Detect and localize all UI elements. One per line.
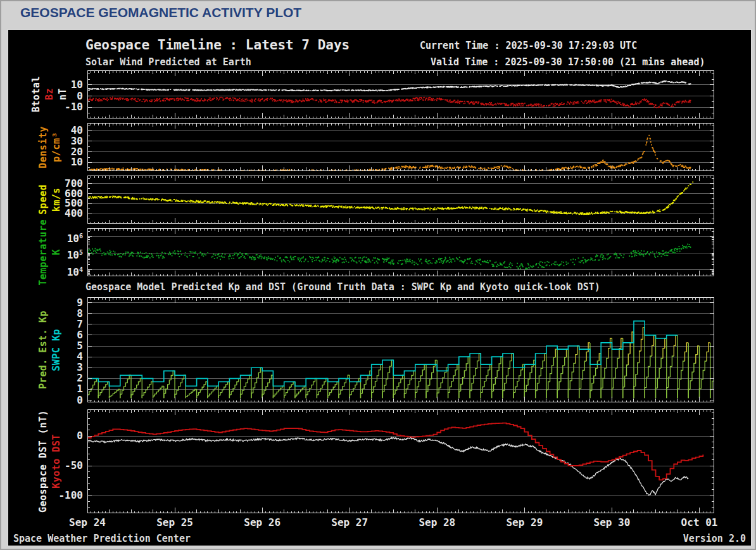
geospace-plot-page: GEOSPACE GEOMAGNETIC ACTIVITY PLOT Geosp… bbox=[0, 0, 756, 550]
valid-time-label: Valid Time : 2025-09-30 17:50:00 (21 min… bbox=[431, 57, 705, 68]
y-tick-label: 105 bbox=[8, 247, 83, 259]
plot-canvas-temp bbox=[87, 228, 714, 276]
y-tick-label: 0 bbox=[8, 395, 83, 406]
x-axis-label: Sep 24 bbox=[69, 516, 106, 528]
y-tick-label: 10 bbox=[8, 157, 83, 168]
plot-main-title: Geospace Timeline : Latest 7 Days bbox=[85, 37, 350, 53]
panel-speed: Speedkm/s700600500400 bbox=[8, 176, 751, 224]
y-tick-label: 400 bbox=[8, 208, 83, 219]
x-axis-label: Sep 29 bbox=[506, 516, 543, 528]
y-tick-label: 7 bbox=[8, 319, 83, 330]
x-axis-label: Sep 26 bbox=[244, 516, 280, 528]
y-tick-label: 0 bbox=[8, 91, 83, 102]
panel-temp: TemperatureK106105104 bbox=[8, 228, 751, 276]
page-title: GEOSPACE GEOMAGNETIC ACTIVITY PLOT bbox=[20, 5, 301, 20]
x-axis-label: Oct 01 bbox=[681, 516, 718, 528]
x-axis-label: Sep 30 bbox=[594, 516, 631, 528]
y-tick-label: 30 bbox=[8, 136, 83, 147]
plot-canvas-bfield bbox=[87, 70, 714, 118]
current-time-label: Current Time : 2025-09-30 17:29:03 UTC bbox=[420, 41, 637, 51]
panel-kp: Pred. Est. KpSWPC Kp9876543210 bbox=[8, 297, 751, 402]
plot-canvas-dst bbox=[87, 409, 714, 513]
plot-frame: Geospace Timeline : Latest 7 Days Curren… bbox=[8, 29, 752, 546]
footer-credit: Space Weather Prediction Center bbox=[13, 534, 191, 544]
y-tick-label: 6 bbox=[8, 329, 83, 341]
panel-bfield: BtotalBznT100-10 bbox=[8, 70, 751, 118]
y-tick-label: 4 bbox=[8, 351, 83, 362]
y-tick-label: 0 bbox=[8, 430, 83, 442]
x-axis-label: Sep 25 bbox=[156, 516, 193, 528]
y-tick-label: -100 bbox=[8, 490, 83, 501]
kp-dst-section-title: Geospace Model Predicted Kp and DST (Gro… bbox=[85, 282, 600, 293]
panel-density: Densityp/cm³40302010 bbox=[8, 123, 751, 171]
x-axis-label: Sep 27 bbox=[331, 516, 368, 528]
plot-canvas-speed bbox=[87, 176, 714, 224]
x-axis-label: Sep 28 bbox=[419, 516, 455, 528]
x-axis-labels: Sep 24Sep 25Sep 26Sep 27Sep 28Sep 29Sep … bbox=[8, 516, 751, 529]
plot-canvas-density bbox=[87, 123, 714, 171]
panel-dst: Geospace DST (nT)Kyoto DST0-50-100 bbox=[8, 409, 751, 513]
y-tick-label: 2 bbox=[8, 373, 83, 384]
y-tick-label: 1 bbox=[8, 383, 83, 395]
y-tick-label: 9 bbox=[8, 297, 83, 309]
plot-canvas-kp bbox=[87, 297, 714, 402]
footer-version: Version 2.0 bbox=[683, 534, 746, 544]
y-tick-label: 104 bbox=[8, 264, 83, 276]
y-tick-label: 106 bbox=[8, 231, 83, 242]
y-tick-label: 10 bbox=[8, 79, 83, 91]
y-tick-label: 5 bbox=[8, 340, 83, 352]
y-tick-label: 8 bbox=[8, 308, 83, 319]
solar-wind-subtitle: Solar Wind Predicted at Earth bbox=[85, 57, 251, 68]
y-tick-label: -10 bbox=[8, 101, 83, 113]
y-tick-label: 3 bbox=[8, 362, 83, 373]
y-tick-label: -50 bbox=[8, 460, 83, 471]
